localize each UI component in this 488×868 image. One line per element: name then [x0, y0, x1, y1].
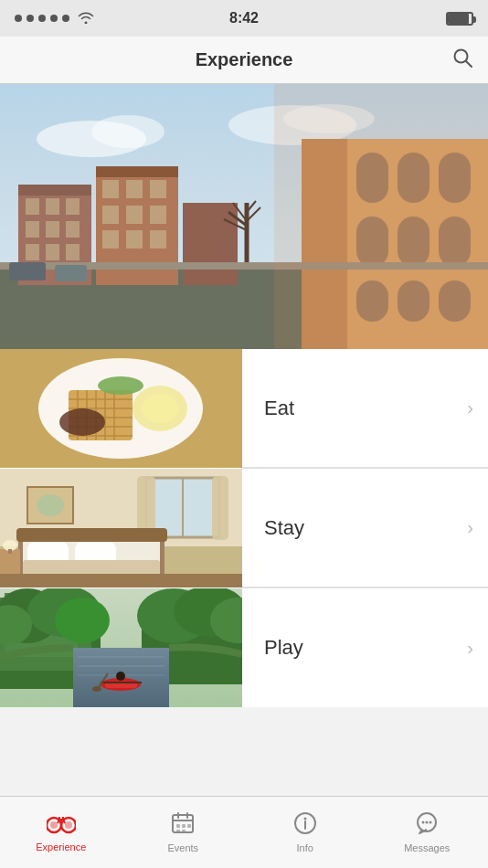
eat-chevron: ›: [467, 397, 488, 418]
svg-point-131: [426, 821, 429, 824]
stay-category-item[interactable]: Stay ›: [0, 469, 488, 587]
svg-rect-17: [46, 244, 59, 260]
svg-rect-9: [18, 185, 91, 196]
svg-rect-22: [126, 180, 143, 198]
svg-rect-30: [183, 203, 238, 285]
tab-messages[interactable]: Messages: [366, 797, 489, 868]
svg-rect-21: [102, 180, 119, 198]
tab-experience[interactable]: Experience: [0, 797, 122, 868]
play-chevron: ›: [467, 638, 488, 659]
svg-rect-13: [26, 221, 39, 238]
svg-rect-10: [26, 198, 39, 215]
svg-rect-26: [150, 206, 166, 224]
battery-icon: [446, 12, 473, 26]
search-icon: [451, 47, 473, 69]
svg-rect-81: [16, 528, 167, 542]
signal-dot-4: [50, 15, 58, 22]
nav-bar: Experience: [0, 37, 488, 84]
signal-dot-1: [15, 15, 22, 22]
svg-point-66: [142, 394, 178, 423]
svg-point-110: [92, 686, 101, 692]
hero-image: [0, 84, 488, 349]
calendar-icon: [171, 811, 195, 839]
hero-svg: [0, 84, 488, 349]
svg-rect-27: [102, 230, 119, 249]
svg-rect-75: [212, 476, 228, 540]
svg-point-128: [303, 818, 306, 820]
stay-thumbnail: [0, 469, 242, 587]
signal-dot-2: [27, 15, 34, 22]
nav-title: Experience: [196, 49, 293, 70]
svg-rect-29: [150, 230, 166, 249]
svg-point-68: [59, 408, 105, 436]
svg-rect-122: [182, 824, 186, 828]
info-circle-icon: [293, 811, 317, 839]
message-circle-icon: [415, 811, 439, 839]
svg-point-114: [65, 821, 72, 829]
svg-rect-23: [150, 180, 166, 198]
tab-info[interactable]: Info: [244, 797, 366, 868]
svg-rect-85: [0, 574, 242, 587]
signal-indicators: [15, 11, 94, 26]
signal-dot-3: [38, 15, 46, 22]
tab-info-label: Info: [297, 842, 313, 853]
svg-rect-51: [274, 84, 488, 349]
category-list: Eat ›: [0, 349, 488, 707]
svg-rect-16: [26, 244, 39, 260]
status-time: 8:42: [229, 10, 259, 26]
eat-thumbnail: [0, 349, 242, 468]
svg-point-130: [422, 821, 425, 824]
svg-rect-50: [55, 265, 87, 281]
svg-rect-18: [66, 244, 80, 260]
svg-rect-15: [66, 221, 80, 238]
stay-label: Stay: [242, 516, 467, 540]
svg-point-88: [37, 494, 64, 516]
svg-rect-20: [96, 166, 178, 177]
svg-rect-84: [8, 549, 12, 554]
eat-label: Eat: [242, 397, 467, 420]
svg-rect-24: [102, 206, 119, 224]
battery-fill: [448, 14, 469, 24]
svg-point-96: [55, 598, 110, 643]
tab-events[interactable]: Events: [122, 797, 245, 868]
tab-bar: Experience Events: [0, 796, 488, 868]
binoculars-icon: [47, 812, 76, 838]
svg-point-4: [91, 115, 164, 148]
svg-rect-28: [126, 230, 143, 249]
svg-point-113: [50, 821, 58, 829]
svg-rect-123: [187, 824, 191, 828]
svg-rect-124: [176, 830, 180, 833]
play-label: Play: [242, 636, 467, 660]
wifi-icon: [78, 11, 94, 26]
search-button[interactable]: [451, 47, 473, 74]
svg-rect-25: [126, 206, 143, 224]
play-thumbnail: [0, 588, 242, 707]
tab-experience-label: Experience: [36, 842, 86, 852]
stay-chevron: ›: [467, 517, 488, 538]
content-area: Eat ›: [0, 84, 488, 796]
signal-dot-5: [62, 15, 69, 22]
svg-line-1: [466, 61, 472, 67]
svg-rect-12: [66, 198, 80, 215]
status-bar: 8:42: [0, 0, 488, 37]
svg-rect-11: [46, 198, 59, 215]
tab-messages-label: Messages: [404, 842, 450, 853]
svg-point-132: [430, 821, 432, 824]
play-category-item[interactable]: Play ›: [0, 588, 488, 707]
eat-category-item[interactable]: Eat ›: [0, 349, 488, 468]
svg-rect-125: [182, 830, 186, 833]
svg-point-67: [98, 376, 143, 395]
svg-rect-121: [176, 824, 180, 828]
svg-point-107: [116, 672, 125, 681]
svg-rect-14: [46, 221, 59, 238]
tab-events-label: Events: [167, 842, 198, 853]
svg-rect-49: [9, 262, 46, 281]
